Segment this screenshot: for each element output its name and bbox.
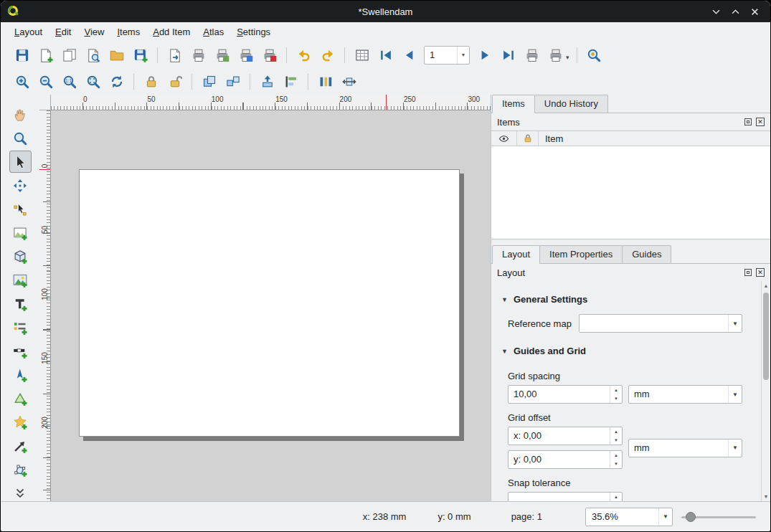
resize-items-button[interactable] <box>338 70 360 92</box>
add-map-button[interactable] <box>9 222 32 244</box>
raise-items-button[interactable] <box>256 70 278 92</box>
add-marker-button[interactable] <box>9 411 32 433</box>
export-as-pdf-button[interactable] <box>258 44 280 66</box>
undo-button[interactable] <box>293 44 315 66</box>
export-as-image-button[interactable] <box>211 44 233 66</box>
items-panel-float-button[interactable] <box>744 118 752 125</box>
grid-spacing-spinbox[interactable]: 10,00 ▲▼ <box>508 385 623 404</box>
add-picture-button[interactable] <box>9 269 32 291</box>
grid-offset-unit-combo[interactable]: mm ▼ <box>628 439 742 457</box>
add-arrow-button[interactable] <box>9 434 32 457</box>
items-panel-tab-items[interactable]: Items <box>492 95 535 113</box>
add-scalebar-button[interactable] <box>9 340 32 362</box>
layout-manager-button[interactable] <box>82 44 104 66</box>
horizontal-ruler[interactable]: 050100150200250300 <box>51 95 491 110</box>
items-list[interactable] <box>491 146 770 239</box>
add-north-arrow-button[interactable] <box>9 364 32 386</box>
titlebar[interactable]: *Swellendam <box>1 1 770 22</box>
layout-panel-float-button[interactable] <box>744 269 752 276</box>
minimize-button[interactable] <box>711 7 722 16</box>
more-tools-button[interactable] <box>9 482 32 501</box>
menu-items[interactable]: Items <box>110 24 146 40</box>
save-as-template-button[interactable] <box>129 44 151 66</box>
layout-panel-tab-layout[interactable]: Layout <box>492 245 540 263</box>
scrollbar-thumb[interactable] <box>763 293 769 380</box>
atlas-last-feature-button[interactable] <box>497 44 519 66</box>
new-layout-button[interactable] <box>34 44 57 66</box>
zoom-slider-handle[interactable] <box>686 512 696 522</box>
atlas-first-feature-button[interactable] <box>374 44 397 66</box>
scrollbar-down-icon[interactable]: ▼ <box>762 494 770 499</box>
align-items-button[interactable] <box>280 70 302 92</box>
spin-up-icon[interactable]: ▲ <box>610 451 622 460</box>
print-atlas-button[interactable] <box>521 44 543 66</box>
grid-offset-x-spinbox[interactable]: x: 0,00 ▲▼ <box>508 427 623 445</box>
distribute-items-button[interactable] <box>314 70 336 92</box>
print-layout-button[interactable] <box>187 44 209 66</box>
grid-spacing-unit-combo[interactable]: mm ▼ <box>628 385 742 404</box>
group-items-button[interactable] <box>198 70 220 92</box>
general-settings-section-header[interactable]: ▼ General Settings <box>491 281 761 310</box>
add-node-item-button[interactable] <box>9 458 32 480</box>
zoom-slider[interactable] <box>681 510 756 524</box>
grid-offset-y-spinbox[interactable]: y: 0,00 ▲▼ <box>508 450 623 469</box>
zoom-in-button[interactable] <box>11 70 33 92</box>
add-3d-map-button[interactable] <box>9 245 32 267</box>
guides-and-grid-section-header[interactable]: ▼ Guides and Grid <box>491 333 761 362</box>
spin-down-icon[interactable]: ▼ <box>610 460 622 468</box>
vertical-ruler[interactable]: 050100150200 <box>39 110 51 501</box>
snap-tolerance-spinbox[interactable]: ▲▼ <box>508 492 623 501</box>
zoom-actual-size-button[interactable]: 1:1 <box>58 70 80 92</box>
redo-button[interactable] <box>316 44 339 66</box>
layout-panel-tab-guides[interactable]: Guides <box>622 245 671 263</box>
spin-up-icon[interactable]: ▲ <box>610 427 622 436</box>
export-layout-button[interactable] <box>164 44 186 66</box>
atlas-settings-button[interactable] <box>351 44 373 66</box>
atlas-previous-feature-button[interactable] <box>398 44 420 66</box>
lock-items-button[interactable] <box>140 70 162 92</box>
layout-panel-tab-item-properties[interactable]: Item Properties <box>539 245 623 263</box>
export-as-svg-button[interactable] <box>235 44 257 66</box>
layout-panel-close-button[interactable]: ✕ <box>756 268 765 277</box>
zoom-out-button[interactable] <box>34 70 57 92</box>
layout-canvas[interactable] <box>51 110 491 501</box>
menu-layout[interactable]: Layout <box>8 24 49 40</box>
menu-view[interactable]: View <box>77 24 110 40</box>
export-atlas-button[interactable] <box>544 44 567 66</box>
close-button[interactable] <box>749 6 760 17</box>
chevron-down-icon[interactable]: ▼ <box>457 47 469 64</box>
spin-down-icon[interactable]: ▼ <box>610 436 622 445</box>
menu-atlas[interactable]: Atlas <box>197 24 230 40</box>
save-project-button[interactable] <box>11 44 33 66</box>
unlock-items-button[interactable] <box>164 70 186 92</box>
menu-edit[interactable]: Edit <box>49 24 77 40</box>
add-label-button[interactable] <box>9 293 32 315</box>
properties-scrollbar[interactable]: ▲ ▼ <box>761 281 770 501</box>
zoom-full-extent-button[interactable] <box>82 70 104 92</box>
layout-page[interactable] <box>79 169 460 437</box>
select-move-item-tool[interactable] <box>9 151 32 173</box>
spin-up-icon[interactable]: ▲ <box>610 386 622 394</box>
refresh-view-button[interactable] <box>105 70 128 92</box>
add-shape-button[interactable] <box>9 387 32 409</box>
reference-map-combo[interactable]: ▼ <box>579 314 742 333</box>
spin-down-icon[interactable]: ▼ <box>610 394 622 403</box>
menu-add-item[interactable]: Add Item <box>146 24 197 40</box>
items-panel-close-button[interactable]: ✕ <box>756 118 765 126</box>
atlas-next-feature-button[interactable] <box>473 44 496 66</box>
maximize-button[interactable] <box>730 7 741 16</box>
zoom-level-combo[interactable]: 35.6% ▼ <box>585 508 673 526</box>
export-atlas-button-dropdown-arrow[interactable]: ▾ <box>566 54 569 61</box>
add-items-from-template-button[interactable] <box>105 44 128 66</box>
atlas-page-combo[interactable]: 1▼ <box>424 46 470 65</box>
add-legend-button[interactable] <box>9 316 32 338</box>
spin-up-icon[interactable]: ▲ <box>610 493 622 501</box>
items-panel-tab-undo-history[interactable]: Undo History <box>534 95 608 113</box>
preview-atlas-button[interactable] <box>583 44 605 66</box>
pan-tool[interactable] <box>9 103 32 125</box>
move-item-content-tool[interactable] <box>9 174 32 196</box>
zoom-tool[interactable] <box>9 127 32 149</box>
ungroup-items-button[interactable] <box>222 70 244 92</box>
scrollbar-up-icon[interactable]: ▲ <box>762 283 770 288</box>
menu-settings[interactable]: Settings <box>230 24 277 40</box>
